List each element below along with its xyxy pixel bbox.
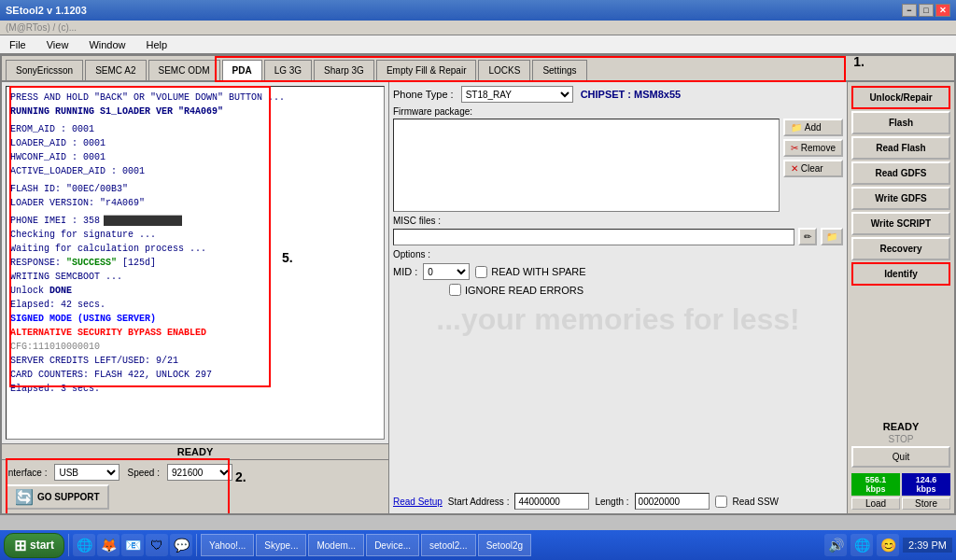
icon-3[interactable]: 📧	[121, 534, 144, 556]
speed-blue: 124.6 kbps	[902, 473, 950, 496]
misc-folder-button[interactable]: 📁	[821, 228, 843, 245]
ie-icon[interactable]: 🌐	[73, 534, 95, 556]
read-ssw-label: Read SSW	[733, 497, 779, 507]
log-line-3: EROM_AID : 0001	[10, 122, 380, 136]
icon-4[interactable]: 🛡	[146, 534, 168, 556]
read-setup-link[interactable]: Read Setup	[393, 497, 443, 507]
identify-button[interactable]: Identify	[851, 262, 950, 286]
chipset-label: CHIPSET : MSM8x55	[581, 89, 682, 100]
flash-button[interactable]: Flash	[851, 111, 950, 134]
tab-semc-a2[interactable]: SEMC A2	[85, 60, 146, 80]
menu-view[interactable]: View	[41, 37, 75, 52]
restore-button[interactable]: □	[919, 4, 934, 17]
mid-label: MID :	[393, 266, 417, 277]
ignore-read-errors-label: IGNORE READ ERRORS	[465, 285, 583, 296]
sidebar: 4. 3. Unlock/Repair Flash Read Flash Rea…	[847, 82, 954, 513]
log-line-17: ALTERNATIVE SECURITY BYPASS ENABLED	[10, 326, 380, 340]
sidebar-ready: READY	[851, 421, 950, 432]
log-line-4: LOADER_AID : 0001	[10, 136, 380, 150]
write-script-button[interactable]: Write SCRIPT	[851, 212, 950, 235]
read-ssw-checkbox[interactable]	[715, 496, 727, 508]
firmware-list	[393, 119, 780, 212]
tab-sharp-3g[interactable]: Sharp 3G	[314, 60, 374, 80]
quit-button[interactable]: Quit	[851, 446, 950, 468]
tab-semc-odm[interactable]: SEMC ODM	[148, 60, 220, 80]
length-input[interactable]	[635, 493, 710, 510]
go-support-button[interactable]: 🔄 GO SUPPORT	[6, 484, 109, 510]
log-line-9: PHONE IMEI : 358██████████████	[10, 214, 380, 228]
close-button[interactable]: ✕	[935, 4, 950, 17]
notify-icon-1[interactable]: 🔊	[824, 534, 847, 556]
taskbar-divider-2	[196, 534, 197, 556]
length-label: Length :	[595, 497, 628, 507]
add-button[interactable]: 📁 Add	[783, 119, 843, 136]
menu-bar: File View Window Help	[0, 35, 956, 54]
tab-lg-3g[interactable]: LG 3G	[264, 60, 312, 80]
ignore-read-errors-checkbox[interactable]	[449, 284, 461, 296]
interface-label: Interface :	[6, 468, 47, 478]
taskbar-setool2[interactable]: setool2...	[421, 534, 476, 556]
firmware-buttons: 📁 Add ✂ Remove ✕ Clear	[783, 119, 843, 212]
bottom-row: Read Setup Start Address : Length : Read…	[393, 493, 843, 510]
read-gdfs-button[interactable]: Read GDFS	[851, 161, 950, 185]
log-line-20: CARD COUNTERS: FLASH 422, UNLOCK 297	[10, 368, 380, 382]
log-line-12: RESPONSE: "SUCCESS" [125d]	[10, 256, 380, 270]
content-area: PRESS AND HOLD "BACK" OR "VOLUME DOWN" B…	[2, 82, 954, 513]
taskbar-modem[interactable]: Modem...	[308, 534, 364, 556]
misc-label: MISC files :	[393, 216, 843, 226]
phone-type-select[interactable]: ST18_RAY	[461, 86, 573, 103]
log-line-21: Elapsed: 3 secs.	[10, 382, 380, 396]
store-button[interactable]: Store	[902, 497, 950, 510]
menu-window[interactable]: Window	[83, 37, 131, 52]
sidebar-stop: STOP	[851, 434, 950, 444]
notify-icon-2[interactable]: 🌐	[851, 534, 873, 556]
write-gdfs-button[interactable]: Write GDFS	[851, 187, 950, 210]
tab-sonyericsson[interactable]: SonyEricsson	[6, 60, 83, 80]
firmware-section: 📁 Add ✂ Remove ✕ Clear	[393, 119, 843, 212]
mid-row: MID : 0 READ WITH SPARE	[393, 263, 843, 280]
tab-area: SonyEricsson SEMC A2 SEMC ODM PDA LG 3G …	[2, 56, 954, 82]
tab-locks[interactable]: LOCKS	[478, 60, 530, 80]
load-button[interactable]: Load	[851, 497, 900, 510]
tab-settings[interactable]: Settings	[532, 60, 586, 80]
log-line-13: WRITING SEMCBOOT ...	[10, 270, 380, 284]
unlock-repair-button[interactable]: Unlock/Repair	[851, 86, 950, 109]
menu-file[interactable]: File	[4, 37, 32, 52]
speed-select[interactable]: 921600	[167, 464, 232, 481]
firmware-label: Firmware package:	[393, 106, 843, 117]
start-address-input[interactable]	[514, 493, 589, 510]
interface-select[interactable]: USB	[54, 464, 120, 481]
menu-help[interactable]: Help	[141, 37, 174, 52]
speed-green: 556.1 kbps	[851, 473, 900, 496]
phone-type-row: Phone Type : ST18_RAY CHIPSET : MSM8x55	[393, 86, 843, 103]
log-line-18: CFG:111010000010	[10, 340, 380, 354]
read-flash-button[interactable]: Read Flash	[851, 136, 950, 160]
log-line-15: Elapsed: 42 secs.	[10, 298, 380, 312]
tab-empty-fill-repair[interactable]: Empty Fill & Repair	[376, 60, 477, 80]
taskbar-yahoo[interactable]: Yahoo!...	[201, 534, 254, 556]
options-label: Options :	[393, 249, 430, 259]
remove-button[interactable]: ✂ Remove	[783, 139, 843, 157]
clear-button[interactable]: ✕ Clear	[783, 160, 843, 177]
taskbar-skype[interactable]: Skype...	[256, 534, 306, 556]
title-text: SEtool2 v 1.1203	[6, 5, 87, 16]
taskbar-right: 🔊 🌐 😊 2:39 PM	[824, 534, 952, 556]
firefox-icon[interactable]: 🦊	[97, 534, 120, 556]
taskbar-device[interactable]: Device...	[366, 534, 419, 556]
clock: 2:39 PM	[903, 538, 952, 553]
icon-5[interactable]: 💬	[170, 534, 192, 556]
start-button[interactable]: ⊞ start	[4, 533, 64, 558]
window-controls: − □ ✕	[902, 4, 950, 17]
recovery-button[interactable]: Recovery	[851, 237, 950, 260]
minimize-button[interactable]: −	[902, 4, 917, 17]
tab-pda[interactable]: PDA	[222, 60, 262, 80]
log-line-11: Waiting for calculation process ...	[10, 242, 380, 256]
misc-edit-button[interactable]: ✏	[798, 228, 817, 245]
misc-input[interactable]	[393, 229, 794, 245]
read-with-spare-checkbox[interactable]	[475, 266, 487, 278]
mid-select[interactable]: 0	[423, 263, 470, 280]
log-line-10: Checking for signature ...	[10, 228, 380, 242]
notify-icon-3[interactable]: 😊	[877, 534, 899, 556]
taskbar-setool2g[interactable]: Setool2g	[478, 534, 531, 556]
read-with-spare-label: READ WITH SPARE	[491, 266, 585, 277]
